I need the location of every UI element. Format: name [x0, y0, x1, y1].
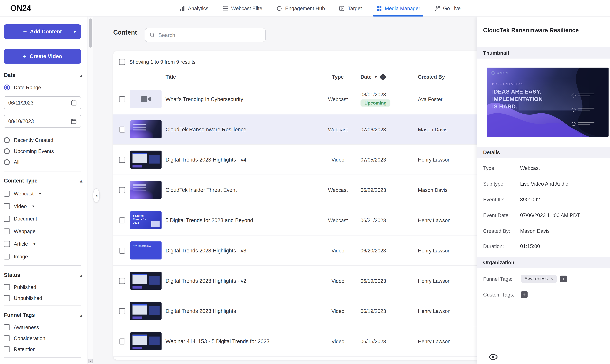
- row-type: Webcast: [328, 96, 348, 102]
- collapse-up-icon[interactable]: ▲: [79, 178, 83, 183]
- nav-item-target[interactable]: Target: [339, 0, 362, 16]
- filter-webcast[interactable]: Webcast ▾: [4, 190, 83, 197]
- checkbox[interactable]: [4, 324, 10, 330]
- row-checkbox[interactable]: [119, 127, 125, 132]
- row-thumbnail[interactable]: 5 Digital Trends for 2023: [130, 211, 161, 229]
- collapse-up-icon[interactable]: ▲: [79, 273, 83, 277]
- table-row[interactable]: Digital Trends 2023 Highlights Video 06/…: [113, 296, 477, 326]
- content-table-card: Showing 1 to 9 from 9 results Title Type…: [113, 51, 477, 360]
- row-thumbnail[interactable]: Key Trend for 2023: [130, 241, 161, 260]
- collapse-up-icon[interactable]: ▲: [79, 313, 83, 317]
- checkbox[interactable]: [4, 191, 10, 196]
- filter-image[interactable]: Image: [4, 253, 83, 260]
- column-header-date[interactable]: Date: [361, 74, 372, 80]
- checkbox[interactable]: [4, 335, 10, 341]
- nav-item-webcast-elite[interactable]: Webcast Elite: [222, 0, 262, 16]
- row-thumbnail[interactable]: [130, 272, 161, 290]
- filter-video[interactable]: Video ▾: [4, 202, 83, 209]
- checkbox[interactable]: [4, 203, 10, 209]
- add-custom-tag-button[interactable]: +: [521, 291, 528, 298]
- search-input[interactable]: [158, 32, 261, 38]
- table-row[interactable]: CloudTek Insider Threat Event Webcast 06…: [113, 175, 477, 205]
- scrollbar-down-button[interactable]: ▾: [89, 359, 93, 363]
- create-video-button[interactable]: + Create Video: [4, 49, 81, 64]
- chevron-down-icon[interactable]: ▾: [74, 29, 76, 34]
- radio-button[interactable]: [4, 84, 10, 90]
- table-row[interactable]: Digital Trends 2023 Highlights - v4 Vide…: [113, 145, 477, 175]
- chevron-down-icon[interactable]: ▾: [39, 191, 41, 195]
- add-funnel-tag-button[interactable]: +: [560, 275, 567, 282]
- table-row[interactable]: Webinar 4141153 - 5 Digital Trends for 2…: [113, 326, 477, 357]
- sidebar-collapse-handle[interactable]: ◂: [93, 188, 100, 202]
- checkbox[interactable]: [4, 241, 10, 247]
- collapse-up-icon[interactable]: ▲: [79, 73, 83, 78]
- column-header-title[interactable]: Title: [166, 74, 315, 80]
- checkbox[interactable]: [4, 228, 10, 234]
- row-checkbox[interactable]: [119, 156, 125, 163]
- row-thumbnail[interactable]: [130, 332, 161, 350]
- row-checkbox[interactable]: [119, 217, 125, 223]
- row-checkbox[interactable]: [119, 278, 125, 284]
- filter-label: Published: [14, 284, 36, 290]
- nav-item-analytics[interactable]: Analytics: [179, 0, 208, 16]
- radio-button[interactable]: [4, 148, 10, 154]
- select-all-checkbox[interactable]: [119, 59, 125, 65]
- row-thumbnail[interactable]: [130, 181, 161, 199]
- filter-document[interactable]: Document: [4, 215, 83, 222]
- sort-descending-icon[interactable]: ▼: [374, 75, 378, 79]
- radio-date-range[interactable]: Date Range: [4, 84, 83, 91]
- row-checkbox[interactable]: [119, 247, 125, 253]
- date-from-input[interactable]: 06/11/2023: [4, 96, 81, 109]
- table-row[interactable]: What's Trending in Cybersecurity Webcast…: [113, 84, 477, 115]
- nav-item-media-manager[interactable]: Media Manager: [376, 0, 420, 16]
- filter-retention[interactable]: Retention: [4, 346, 83, 353]
- scrollbar-thumb[interactable]: [89, 18, 92, 48]
- thumbnail-section-header: Thumbnail: [477, 47, 610, 59]
- radio-recently-created[interactable]: Recently Created: [4, 136, 83, 143]
- filter-published[interactable]: Published: [4, 283, 83, 290]
- filter-awareness[interactable]: Awareness: [4, 324, 83, 331]
- preview-eye-icon[interactable]: [489, 354, 498, 360]
- remove-tag-icon[interactable]: ×: [550, 276, 553, 282]
- checkbox[interactable]: [4, 346, 10, 352]
- checkbox[interactable]: [4, 253, 10, 259]
- calendar-icon[interactable]: [71, 100, 77, 106]
- checkbox[interactable]: [4, 284, 10, 290]
- nav-item-go-live[interactable]: Go Live: [434, 0, 461, 16]
- column-header-created-by[interactable]: Created By: [418, 74, 477, 80]
- nav-item-engagement-hub[interactable]: Engagement Hub: [276, 0, 325, 16]
- chevron-down-icon[interactable]: ▾: [32, 204, 34, 208]
- filter-consideration[interactable]: Consideration: [4, 335, 83, 342]
- row-thumbnail[interactable]: [130, 151, 161, 169]
- column-header-type[interactable]: Type: [332, 74, 344, 80]
- radio-upcoming-events[interactable]: Upcoming Events: [4, 147, 83, 155]
- app-root: ON24 Analytics Webcast Elite Engagement …: [0, 0, 610, 364]
- results-count: Showing 1 to 9 from 9 results: [130, 59, 195, 65]
- table-row[interactable]: 5 Digital Trends for 2023 5 Digital Tren…: [113, 205, 477, 235]
- add-content-button[interactable]: + Add Content ▾: [4, 25, 81, 39]
- checkbox[interactable]: [4, 216, 10, 221]
- row-thumbnail[interactable]: [130, 120, 161, 138]
- row-checkbox[interactable]: [119, 308, 125, 314]
- filter-article[interactable]: Article ▾: [4, 240, 83, 247]
- date-to-input[interactable]: 08/10/2023: [4, 115, 81, 128]
- row-thumbnail[interactable]: [130, 90, 161, 108]
- table-row[interactable]: Key Trend for 2023 Digital Trends 2023 H…: [113, 235, 477, 266]
- calendar-icon[interactable]: [71, 118, 77, 124]
- table-row-selected[interactable]: CloudTek Ransomware Resilience Webcast 0…: [113, 114, 477, 145]
- radio-all[interactable]: All: [4, 158, 83, 166]
- filter-unpublished[interactable]: Unpublished: [4, 295, 83, 302]
- checkbox[interactable]: [4, 295, 10, 301]
- go-live-icon: [434, 5, 440, 11]
- row-checkbox[interactable]: [119, 338, 125, 344]
- table-row[interactable]: Digital Trends 2023 Highlights - v2 Vide…: [113, 266, 477, 296]
- search-box[interactable]: [145, 28, 266, 42]
- info-icon[interactable]: i: [380, 74, 386, 80]
- radio-button[interactable]: [4, 137, 10, 143]
- row-thumbnail[interactable]: [130, 302, 161, 320]
- filter-webpage[interactable]: Webpage: [4, 228, 83, 235]
- row-checkbox[interactable]: [119, 96, 125, 102]
- radio-button[interactable]: [4, 159, 10, 165]
- chevron-down-icon[interactable]: ▾: [33, 242, 35, 246]
- row-checkbox[interactable]: [119, 187, 125, 193]
